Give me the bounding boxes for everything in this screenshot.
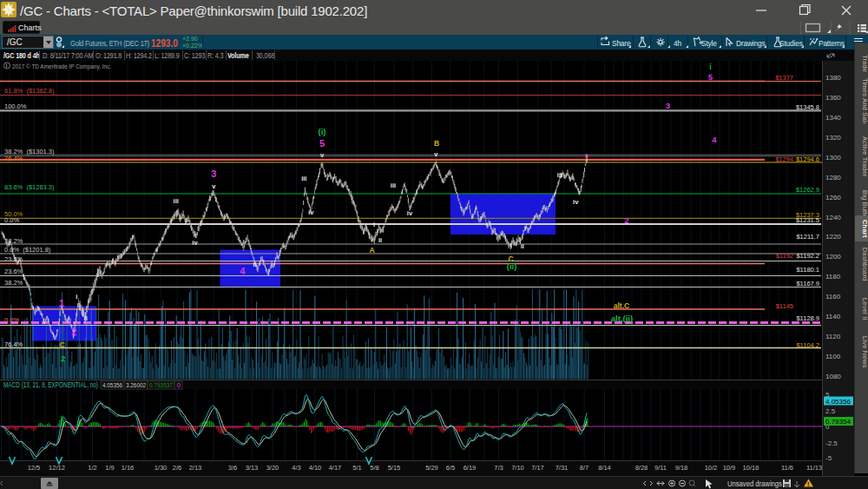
svg-text:iii: iii xyxy=(174,197,179,205)
svg-text:38.2%: 38.2% xyxy=(4,237,23,245)
svg-text:3/6: 3/6 xyxy=(228,464,237,472)
svg-text:$1180.1: $1180.1 xyxy=(796,266,819,274)
svg-text:2017 © TD Ameritrade IP Compan: 2017 © TD Ameritrade IP Company, Inc. xyxy=(12,63,111,70)
svg-text:4: 4 xyxy=(712,135,717,144)
svg-text:7/17: 7/17 xyxy=(531,464,544,472)
svg-text:iv: iv xyxy=(308,208,314,216)
svg-text:10/16: 10/16 xyxy=(743,464,760,472)
svg-text:$1128.9: $1128.9 xyxy=(796,314,819,322)
svg-text:1260: 1260 xyxy=(825,194,841,202)
svg-text:1240: 1240 xyxy=(825,214,841,221)
svg-text:1/30: 1/30 xyxy=(155,464,168,472)
svg-text:23.6%: 23.6% xyxy=(4,255,23,263)
svg-text:$1104.2: $1104.2 xyxy=(796,341,819,349)
svg-text:$1145: $1145 xyxy=(776,302,793,310)
svg-text:8/14: 8/14 xyxy=(598,464,611,472)
svg-text:A: A xyxy=(370,246,375,254)
svg-text:0.0%: 0.0% xyxy=(4,316,19,324)
svg-text:1220: 1220 xyxy=(825,233,841,241)
svg-text:ii: ii xyxy=(378,236,382,244)
svg-text:B: B xyxy=(434,139,439,148)
svg-text:$1294.6: $1294.6 xyxy=(796,155,819,163)
svg-text:3: 3 xyxy=(666,101,670,110)
svg-text:1280: 1280 xyxy=(825,174,841,182)
svg-text:1200: 1200 xyxy=(825,253,841,261)
svg-text:1/2: 1/2 xyxy=(88,464,96,472)
svg-text:3/20: 3/20 xyxy=(266,464,279,472)
svg-text:1320: 1320 xyxy=(825,134,841,142)
svg-text:6/5: 6/5 xyxy=(446,464,455,472)
svg-text:i: i xyxy=(6,63,8,69)
svg-text:5/8: 5/8 xyxy=(370,464,378,472)
svg-text:1140: 1140 xyxy=(825,313,841,320)
svg-text:$1294: $1294 xyxy=(775,155,793,163)
svg-text:alt.C: alt.C xyxy=(614,301,629,310)
svg-text:alt.(ii): alt.(ii) xyxy=(611,314,633,323)
svg-text:0.79354: 0.79354 xyxy=(825,418,851,426)
svg-text:10/9: 10/9 xyxy=(723,464,736,472)
svg-text:ii: ii xyxy=(521,242,524,250)
svg-text:5: 5 xyxy=(708,72,713,82)
svg-text:38.2%: 38.2% xyxy=(4,279,23,287)
svg-text:23.6%: 23.6% xyxy=(4,268,23,275)
svg-text:9/11: 9/11 xyxy=(654,464,667,472)
svg-text:5: 5 xyxy=(319,138,325,149)
svg-text:iii: iii xyxy=(301,175,306,182)
svg-text:76.4%: 76.4% xyxy=(4,155,23,162)
svg-text:61.8% ($1362.8): 61.8% ($1362.8) xyxy=(4,87,55,95)
svg-text:4.05356: 4.05356 xyxy=(825,398,851,406)
svg-text:1100: 1100 xyxy=(825,353,841,360)
svg-text:4/3: 4/3 xyxy=(292,464,300,472)
svg-text:3.26002: 3.26002 xyxy=(126,381,146,389)
svg-text:5/1: 5/1 xyxy=(352,464,361,472)
svg-text:7/10: 7/10 xyxy=(511,464,524,472)
svg-text:iii: iii xyxy=(557,171,562,179)
svg-text:1300: 1300 xyxy=(825,154,841,162)
svg-text:$1262.9: $1262.9 xyxy=(796,186,819,194)
svg-text:0.0%: 0.0% xyxy=(4,216,19,224)
svg-text:0: 0 xyxy=(177,381,181,389)
svg-text:7/31: 7/31 xyxy=(556,464,569,472)
svg-text:-2.5: -2.5 xyxy=(825,439,838,447)
svg-text:2: 2 xyxy=(71,327,76,337)
svg-text:1: 1 xyxy=(59,298,64,308)
svg-text:1360: 1360 xyxy=(825,94,841,102)
svg-text:ii: ii xyxy=(84,314,88,322)
svg-text:iv: iv xyxy=(192,239,198,247)
svg-text:i: i xyxy=(709,63,711,71)
svg-text:8/28: 8/28 xyxy=(635,464,648,472)
svg-text:2/13: 2/13 xyxy=(189,464,202,472)
svg-text:100.0%: 100.0% xyxy=(4,102,27,110)
svg-text:(i): (i) xyxy=(319,127,326,136)
svg-text:1120: 1120 xyxy=(825,333,841,340)
svg-text:(ii): (ii) xyxy=(507,261,517,271)
svg-text:3/13: 3/13 xyxy=(246,464,259,472)
svg-text:-5: -5 xyxy=(825,454,832,462)
svg-text:iv: iv xyxy=(407,209,413,217)
svg-text:1/16: 1/16 xyxy=(122,464,135,472)
svg-text:2: 2 xyxy=(624,215,628,225)
svg-text:76.4%: 76.4% xyxy=(4,340,23,348)
svg-text:2.5: 2.5 xyxy=(825,407,836,415)
svg-text:5/15: 5/15 xyxy=(388,464,401,472)
svg-text:0.793537: 0.793537 xyxy=(149,381,173,389)
svg-text:iv: iv xyxy=(573,198,579,206)
svg-text:$1167.9: $1167.9 xyxy=(796,280,819,287)
svg-text:i: i xyxy=(373,221,375,228)
svg-text:1380: 1380 xyxy=(825,74,841,82)
svg-text:1080: 1080 xyxy=(825,373,841,380)
svg-text:1160: 1160 xyxy=(825,293,841,301)
svg-text:C: C xyxy=(60,340,65,349)
svg-text:7/3: 7/3 xyxy=(494,464,503,472)
svg-text:2: 2 xyxy=(61,354,65,363)
svg-text:10/2: 10/2 xyxy=(705,464,718,472)
svg-text:3: 3 xyxy=(211,169,216,179)
svg-text:iii: iii xyxy=(391,182,396,189)
svg-text:$1192.2: $1192.2 xyxy=(796,252,819,260)
svg-text:ii: ii xyxy=(253,261,257,268)
svg-text:9/18: 9/18 xyxy=(675,464,688,472)
svg-text:!: ! xyxy=(807,481,809,487)
svg-text:12/12: 12/12 xyxy=(49,464,65,472)
svg-text:8/7: 8/7 xyxy=(580,464,589,472)
svg-text:1180: 1180 xyxy=(825,273,841,281)
